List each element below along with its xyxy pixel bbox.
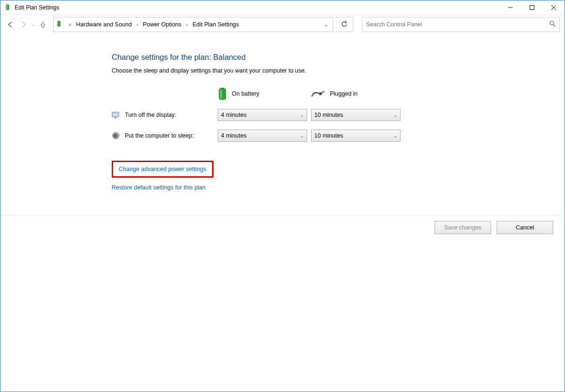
column-headers: On battery Plugged in: [112, 87, 565, 100]
search-input[interactable]: [366, 21, 549, 28]
sleep-battery-value: 4 minutes: [221, 132, 246, 139]
refresh-button[interactable]: [336, 17, 353, 32]
close-button[interactable]: [543, 0, 565, 15]
breadcrumb-root-chevron[interactable]: «: [66, 22, 74, 27]
back-button[interactable]: [5, 19, 16, 30]
search-icon[interactable]: [549, 21, 556, 28]
battery-icon: [218, 87, 227, 100]
svg-rect-9: [58, 21, 58, 22]
links-area: Change advanced power settings Restore d…: [112, 161, 565, 199]
page-subtext: Choose the sleep and display settings th…: [112, 67, 565, 74]
power-plan-icon: [4, 4, 12, 11]
col-plugged-label: Plugged in: [330, 90, 358, 97]
svg-point-11: [550, 21, 554, 25]
breadcrumb-power-options[interactable]: Power Options: [141, 21, 183, 28]
sleep-icon: [112, 131, 120, 140]
highlight-annotation: Change advanced power settings: [112, 161, 213, 178]
svg-rect-3: [7, 5, 8, 9]
svg-rect-15: [220, 90, 222, 98]
sleep-battery-select[interactable]: 4 minutes ⌄: [218, 130, 307, 142]
power-plan-icon: [56, 20, 64, 29]
svg-rect-1: [7, 4, 7, 5]
chevron-down-icon: ⌄: [300, 113, 304, 118]
restore-defaults-link[interactable]: Restore default settings for this plan: [112, 184, 205, 191]
display-label: Turn off the display:: [125, 112, 176, 118]
minimize-button[interactable]: [499, 0, 521, 15]
sleep-plugged-value: 10 minutes: [314, 132, 343, 139]
content-area: Change settings for the plan: Balanced C…: [0, 34, 565, 199]
window-controls: [499, 0, 565, 15]
svg-rect-10: [59, 21, 60, 22]
chevron-down-icon: ⌄: [393, 113, 397, 118]
svg-line-12: [553, 24, 555, 26]
cancel-button[interactable]: Cancel: [497, 221, 553, 234]
address-bar[interactable]: « Hardware and Sound › Power Options › E…: [53, 17, 333, 32]
up-button[interactable]: [38, 20, 48, 29]
chevron-right-icon: ›: [183, 22, 190, 27]
titlebar: Edit Plan Settings: [0, 0, 565, 15]
sleep-label: Put the computer to sleep:: [125, 132, 194, 139]
svg-rect-19: [115, 117, 116, 118]
page-heading: Change settings for the plan: Balanced: [112, 53, 565, 62]
window-title: Edit Plan Settings: [15, 4, 59, 11]
display-battery-value: 4 minutes: [221, 112, 246, 118]
change-advanced-link[interactable]: Change advanced power settings: [119, 166, 206, 172]
plug-icon: [311, 90, 325, 98]
row-sleep: Put the computer to sleep: 4 minutes ⌄ 1…: [112, 130, 565, 142]
svg-rect-2: [8, 4, 8, 5]
svg-point-16: [319, 92, 322, 95]
save-button[interactable]: Save changes: [434, 221, 491, 234]
footer-buttons: Save changes Cancel: [0, 215, 565, 234]
forward-button[interactable]: [18, 19, 29, 30]
svg-rect-0: [6, 5, 9, 10]
svg-rect-5: [530, 6, 534, 10]
col-battery-label: On battery: [232, 90, 259, 97]
display-plugged-value: 10 minutes: [314, 112, 343, 118]
chevron-right-icon: ›: [134, 22, 141, 27]
breadcrumb-hardware-sound[interactable]: Hardware and Sound: [74, 21, 134, 28]
row-turn-off-display: Turn off the display: 4 minutes ⌄ 10 min…: [112, 109, 565, 121]
svg-rect-8: [57, 21, 60, 26]
recent-locations-icon[interactable]: ⌄: [32, 22, 35, 27]
sleep-plugged-select[interactable]: 10 minutes ⌄: [311, 130, 401, 142]
search-box[interactable]: [362, 17, 560, 32]
display-battery-select[interactable]: 4 minutes ⌄: [218, 109, 307, 121]
col-header-battery: On battery: [218, 87, 311, 100]
chevron-down-icon: ⌄: [393, 133, 397, 139]
svg-rect-18: [112, 112, 119, 117]
navbar: ⌄ « Hardware and Sound › Power Options ›…: [0, 15, 565, 34]
chevron-down-icon: ⌄: [300, 133, 304, 139]
display-icon: [112, 111, 120, 119]
display-plugged-select[interactable]: 10 minutes ⌄: [311, 109, 401, 121]
col-header-plugged: Plugged in: [311, 90, 404, 98]
maximize-button[interactable]: [521, 0, 543, 15]
breadcrumb-edit-plan[interactable]: Edit Plan Settings: [190, 21, 241, 28]
address-dropdown[interactable]: ⌄: [319, 17, 333, 32]
